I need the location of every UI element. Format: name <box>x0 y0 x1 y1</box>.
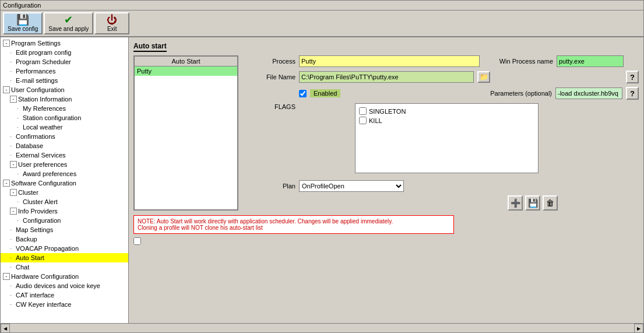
browse-button[interactable]: 📁 <box>477 71 490 83</box>
add-icon: ➕ <box>511 198 520 208</box>
sidebar-item-email-settings[interactable]: - E-mail settings <box>1 76 128 85</box>
exit-icon: ⏻ <box>107 15 117 25</box>
help-button-params[interactable]: ? <box>626 87 639 100</box>
sidebar-item-confirmations[interactable]: - Confirmations <box>1 132 128 141</box>
help-icon-2: ? <box>630 89 635 98</box>
process-input[interactable] <box>299 55 480 67</box>
save-item-icon: 💾 <box>528 198 538 208</box>
sidebar-item-backup[interactable]: - Backup <box>1 234 128 244</box>
sidebar-item-station-configuration[interactable]: - Station configuration <box>1 113 128 122</box>
expand-icon: - <box>3 86 10 93</box>
sidebar-item-configuration[interactable]: - Configuration <box>1 216 128 225</box>
delete-button[interactable]: 🗑 <box>543 195 558 211</box>
kill-label: KILL <box>369 117 382 124</box>
bottom-checkbox-row <box>133 237 639 246</box>
auto-start-list-panel: Auto Start Putty <box>133 55 238 211</box>
sidebar: - Program Settings - Edit program config… <box>1 37 129 323</box>
sidebar-item-user-preferences[interactable]: - User preferences <box>1 160 128 169</box>
singleton-row: SINGLETON <box>359 107 534 115</box>
flags-row: FLAGS SINGLETON KILL <box>243 103 639 177</box>
folder-icon: 📁 <box>480 73 488 81</box>
win-process-input[interactable] <box>557 55 624 67</box>
parameters-input[interactable] <box>555 87 622 99</box>
content-area: Auto start Auto Start Putty Proces <box>129 37 643 323</box>
enabled-row: Enabled Parameters (optional) ? <box>299 87 639 100</box>
process-label: Process <box>243 58 295 65</box>
section-title: Auto start <box>133 42 167 52</box>
checkmark-icon: ✔ <box>64 15 73 25</box>
flags-area: SINGLETON KILL <box>355 103 539 173</box>
kill-row: KILL <box>359 117 534 124</box>
plan-row: Plan OnProfileOpen OnStartup Manual <box>243 180 639 192</box>
sidebar-item-external-services[interactable]: - External Services <box>1 150 128 160</box>
sidebar-item-info-providers[interactable]: - Info Providers <box>1 206 128 216</box>
flags-label: FLAGS <box>243 103 295 110</box>
note-line2: Cloning a profile will NOT clone his aut… <box>138 225 450 231</box>
plan-select[interactable]: OnProfileOpen OnStartup Manual <box>299 180 404 192</box>
sidebar-item-cluster[interactable]: - Cluster <box>1 188 128 197</box>
sidebar-item-edit-program-config[interactable]: - Edit program config <box>1 48 128 57</box>
expand-icon: - <box>10 208 17 215</box>
save-item-button[interactable]: 💾 <box>525 195 540 211</box>
parameters-label: Parameters (optional) <box>482 90 552 97</box>
singleton-label: SINGLETON <box>369 108 406 115</box>
sidebar-item-chat[interactable]: - Chat <box>1 262 128 272</box>
action-buttons: ➕ 💾 🗑 <box>243 195 558 211</box>
sidebar-item-hardware-configuration[interactable]: - Hardware Configuration <box>1 272 128 281</box>
help-icon: ? <box>630 73 635 82</box>
filename-row: File Name 📁 ? <box>243 71 639 83</box>
window-title: Configuration <box>3 2 41 9</box>
sidebar-item-my-references[interactable]: - My References <box>1 104 128 113</box>
expand-icon: - <box>3 180 10 187</box>
main-window: Configuration 💾 Save config ✔ Save and a… <box>0 0 644 333</box>
save-apply-button[interactable]: ✔ Save and apply <box>44 12 93 34</box>
scroll-right-button[interactable]: ▶ <box>634 324 643 333</box>
enabled-label: Enabled <box>310 89 340 97</box>
enabled-checkbox[interactable] <box>299 90 307 97</box>
sidebar-item-program-scheduler[interactable]: - Program Scheduler <box>1 57 128 66</box>
auto-start-container: Auto Start Putty Process Win Process nam… <box>133 55 639 246</box>
save-config-button[interactable]: 💾 Save config <box>3 12 43 34</box>
sidebar-item-database[interactable]: - Database <box>1 141 128 150</box>
plan-label: Plan <box>243 183 295 190</box>
scroll-track[interactable] <box>10 324 634 332</box>
exit-button[interactable]: ⏻ Exit <box>94 12 129 34</box>
win-process-label: Win Process name <box>483 58 553 65</box>
expand-icon: - <box>10 161 17 168</box>
scroll-left-button[interactable]: ◀ <box>1 324 10 333</box>
main-area: - Program Settings - Edit program config… <box>1 37 643 323</box>
bottom-checkbox[interactable] <box>133 237 141 245</box>
sidebar-item-award-preferences[interactable]: - Award preferences <box>1 169 128 178</box>
toolbar: 💾 Save config ✔ Save and apply ⏻ Exit <box>1 10 643 37</box>
add-button[interactable]: ➕ <box>508 195 523 211</box>
sidebar-item-cw-keyer[interactable]: - CW Keyer interface <box>1 300 128 309</box>
sidebar-item-voacap[interactable]: - VOACAP Propagation <box>1 244 128 253</box>
singleton-checkbox[interactable] <box>359 107 367 115</box>
horizontal-scrollbar: ◀ ▶ <box>1 323 643 332</box>
sidebar-item-map-settings[interactable]: - Map Settings <box>1 225 128 234</box>
sidebar-item-software-configuration[interactable]: - Software Configuration <box>1 178 128 188</box>
form-panel: Process Win Process name File Name 📁 <box>243 55 639 211</box>
filename-input[interactable] <box>299 71 474 83</box>
save-icon: 💾 <box>16 15 29 25</box>
sidebar-item-performances[interactable]: - Performances <box>1 66 128 76</box>
help-button-filename[interactable]: ? <box>626 71 639 83</box>
sidebar-item-local-weather[interactable]: - Local weather <box>1 122 128 132</box>
note-box: NOTE: Auto Start will work directly with… <box>133 215 454 234</box>
sidebar-item-auto-start[interactable]: - Auto Start <box>1 253 128 262</box>
sidebar-item-cluster-alert[interactable]: - Cluster Alert <box>1 197 128 206</box>
sidebar-item-cat-interface[interactable]: - CAT interface <box>1 290 128 300</box>
expand-icon: - <box>3 40 10 47</box>
list-item-putty[interactable]: Putty <box>135 66 237 76</box>
sidebar-item-station-information[interactable]: - Station Information <box>1 94 128 104</box>
sidebar-item-audio-devices[interactable]: - Audio devices and voice keye <box>1 281 128 290</box>
kill-checkbox[interactable] <box>359 117 367 124</box>
list-panel-header: Auto Start <box>135 57 237 66</box>
note-line1: NOTE: Auto Start will work directly with… <box>138 218 450 225</box>
expand-icon: - <box>3 273 10 280</box>
delete-icon: 🗑 <box>546 198 554 208</box>
sidebar-item-program-settings[interactable]: - Program Settings <box>1 38 128 48</box>
filename-label: File Name <box>243 73 295 80</box>
expand-icon: - <box>10 96 17 103</box>
sidebar-item-user-configuration[interactable]: - User Configuration <box>1 85 128 94</box>
